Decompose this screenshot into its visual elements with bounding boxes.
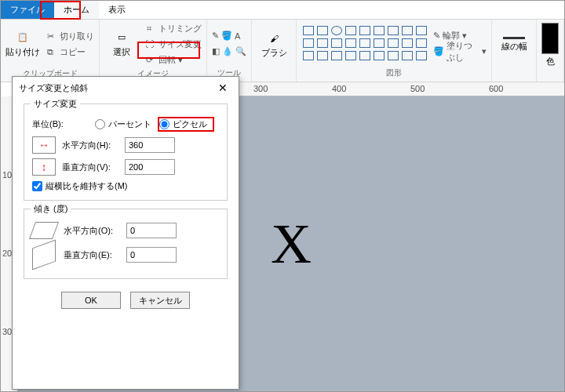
group-image: ▭ 選択 ⌗トリミング ⛶サイズ変更 ⟳回転▾ イメージ — [100, 20, 207, 82]
brush-icon: 🖌 — [267, 31, 281, 45]
select-label: 選択 — [113, 46, 130, 58]
group-brush: 🖌 ブラシ — [252, 20, 297, 82]
shapes-gallery[interactable] — [301, 24, 430, 64]
aspect-checkbox[interactable]: 縦横比を維持する(M) — [32, 180, 219, 192]
tab-home[interactable]: ホーム — [54, 1, 99, 19]
skew-h-icon — [29, 222, 59, 239]
copy-button[interactable]: ⧉コピー — [43, 45, 94, 59]
tab-view[interactable]: 表示 — [99, 1, 135, 19]
tab-file[interactable]: ファイル — [1, 1, 54, 19]
skew-v-icon — [32, 240, 56, 270]
color-swatch-icon — [541, 23, 559, 54]
group-color: 色 — [537, 20, 564, 82]
trim-icon: ⌗ — [142, 21, 156, 35]
cut-button[interactable]: ✂切り取り — [43, 29, 94, 43]
picker-icon[interactable]: 💧 — [222, 46, 233, 56]
skew-v-label: 垂直方向(E): — [64, 249, 120, 261]
radio-pixel[interactable]: ピクセル — [158, 117, 214, 132]
resize-v-icon: ↕ — [32, 158, 56, 176]
linewidth-icon — [503, 37, 525, 39]
pencil-icon[interactable]: ✎ — [212, 31, 219, 41]
text-icon[interactable]: A — [235, 31, 240, 41]
eraser-icon[interactable]: ◧ — [212, 46, 220, 56]
close-button[interactable]: ✕ — [213, 82, 232, 94]
resize-v-input[interactable] — [125, 159, 175, 175]
resize-icon: ⛶ — [142, 37, 156, 51]
radio-percent[interactable]: パーセント — [95, 118, 151, 130]
skew-v-input[interactable] — [126, 247, 177, 263]
resize-v-label: 垂直方向(V): — [62, 162, 118, 173]
resize-group: サイズ変更 単位(B): パーセント ピクセル ↔ 水平方向(H): ↕ 垂直方… — [24, 103, 228, 201]
select-button[interactable]: ▭ 選択 — [104, 21, 139, 67]
skew-group: 傾き (度) 水平方向(O): 垂直方向(E): — [24, 209, 228, 279]
group-linewidth: 線の幅 — [492, 20, 537, 82]
brush-button[interactable]: 🖌 ブラシ — [257, 22, 291, 67]
resize-h-icon: ↔ — [32, 136, 56, 154]
canvas-content: X — [271, 212, 312, 277]
skew-h-label: 水平方向(O): — [64, 225, 120, 237]
group-shapes: ✎ 輪郭▾ 🪣 塗りつぶし▾ 図形 — [297, 20, 492, 82]
rotate-button[interactable]: ⟳回転▾ — [142, 53, 202, 67]
group-label: 図形 — [301, 66, 487, 80]
resize-button[interactable]: ⛶サイズ変更 — [142, 37, 202, 51]
resize-skew-dialog: サイズ変更と傾斜 ✕ サイズ変更 単位(B): パーセント ピクセル ↔ 水平方… — [12, 76, 239, 390]
select-icon: ▭ — [115, 31, 129, 45]
paste-icon: 📋 — [16, 31, 30, 45]
group-clipboard: 📋 貼り付け ✂切り取り ⧉コピー クリップボード — [1, 20, 100, 82]
ok-button[interactable]: OK — [61, 292, 121, 309]
trim-button[interactable]: ⌗トリミング — [142, 21, 202, 35]
rotate-icon: ⟳ — [142, 53, 156, 67]
scissors-icon: ✂ — [43, 29, 57, 43]
cancel-button[interactable]: キャンセル — [130, 292, 190, 309]
ribbon: 📋 貼り付け ✂切り取り ⧉コピー クリップボード ▭ 選択 ⌗トリミング ⛶サ… — [1, 20, 564, 82]
skew-legend: 傾き (度) — [31, 203, 71, 215]
dialog-title: サイズ変更と傾斜 — [19, 82, 88, 94]
group-tools: ✎ 🪣 A ◧ 💧 🔍 ツール — [207, 20, 252, 82]
copy-icon: ⧉ — [43, 45, 57, 59]
color1-button[interactable]: 色 — [541, 22, 559, 67]
resize-legend: サイズ変更 — [31, 98, 80, 110]
resize-h-label: 水平方向(H): — [62, 140, 118, 151]
fill-button[interactable]: 🪣 塗りつぶし▾ — [433, 45, 487, 59]
unit-label: 単位(B): — [32, 118, 89, 130]
paste-label: 貼り付け — [5, 46, 40, 58]
bucket-icon[interactable]: 🪣 — [221, 31, 232, 41]
resize-h-input[interactable] — [125, 137, 175, 153]
paste-button[interactable]: 📋 貼り付け — [5, 21, 40, 67]
skew-h-input[interactable] — [126, 223, 177, 238]
linewidth-button[interactable]: 線の幅 — [497, 22, 531, 67]
zoom-icon[interactable]: 🔍 — [235, 46, 246, 56]
